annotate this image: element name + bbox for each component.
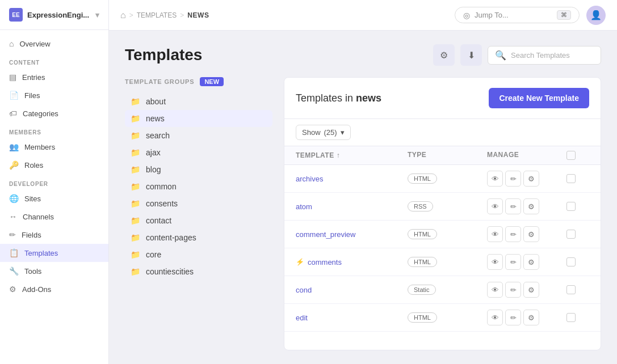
sidebar: EE ExpressionEngi... ▾ ⌂ Overview CONTEN… <box>0 0 109 364</box>
row-checkbox[interactable] <box>566 313 576 322</box>
view-icon[interactable]: 👁 <box>487 310 503 325</box>
page-title: Templates <box>125 46 202 64</box>
breadcrumb-sep1: > <box>129 11 133 19</box>
sidebar-item-label: Templates <box>24 249 58 257</box>
entries-icon: ▤ <box>9 73 16 82</box>
sidebar-item-label: Entries <box>22 73 45 82</box>
folder-item-blog[interactable]: 📁blog <box>125 161 272 178</box>
folder-item-content-pages[interactable]: 📁content-pages <box>125 229 272 246</box>
user-avatar[interactable]: 👤 <box>586 6 606 25</box>
row-checkbox[interactable] <box>566 285 576 294</box>
breadcrumb-news: NEWS <box>187 11 209 19</box>
edit-icon[interactable]: ✏ <box>505 254 521 270</box>
folder-name: news <box>146 114 165 123</box>
col-manage-header: Manage <box>487 151 566 160</box>
sidebar-item-templates[interactable]: 📋 Templates <box>0 244 108 262</box>
sidebar-item-label: Categories <box>23 109 58 118</box>
template-name[interactable]: ⚡ comments <box>296 258 408 266</box>
type-cell: RSS <box>408 201 487 211</box>
folder-item-contact[interactable]: 📁contact <box>125 212 272 229</box>
sidebar-item-tools[interactable]: 🔧 Tools <box>0 262 108 280</box>
addons-icon: ⚙ <box>9 285 16 294</box>
template-name[interactable]: comment_preview <box>296 230 408 239</box>
fields-icon: ✏ <box>9 230 16 239</box>
row-checkbox[interactable] <box>566 230 576 239</box>
sidebar-item-sites[interactable]: 🌐 Sites <box>0 189 108 208</box>
new-badge[interactable]: NEW <box>200 77 224 86</box>
main-content: Templates ⚙ ⬇ 🔍 Search Templates TEMPLAT… <box>109 31 617 364</box>
edit-icon[interactable]: ✏ <box>505 171 521 187</box>
show-count: (25) <box>324 128 337 137</box>
sidebar-item-channels[interactable]: ↔ Channels <box>0 208 108 226</box>
view-icon[interactable]: 👁 <box>487 171 503 187</box>
folder-icon: 📁 <box>131 114 140 123</box>
folder-item-core[interactable]: 📁core <box>125 246 272 263</box>
search-box[interactable]: 🔍 Search Templates <box>488 46 601 65</box>
view-icon[interactable]: 👁 <box>487 198 503 214</box>
template-name[interactable]: cond <box>296 286 408 294</box>
template-name[interactable]: archives <box>296 175 408 183</box>
row-checkbox[interactable] <box>566 257 576 266</box>
right-panel: Templates in news Create New Template Sh… <box>284 77 601 350</box>
settings-icon[interactable]: ⚙ <box>523 282 539 298</box>
template-link[interactable]: atom <box>296 202 312 211</box>
sidebar-item-overview[interactable]: ⌂ Overview <box>0 35 108 53</box>
template-link[interactable]: comments <box>308 258 342 266</box>
template-link[interactable]: archives <box>296 175 323 183</box>
type-cell: HTML <box>408 257 487 267</box>
settings-icon[interactable]: ⚙ <box>523 198 539 214</box>
main-area: ⌂ > TEMPLATES > NEWS ◎ Jump To... ⌘ 👤 Te… <box>109 0 617 364</box>
row-checkbox[interactable] <box>566 202 576 211</box>
jumpto-kbd: ⌘ <box>557 10 571 20</box>
col-template-label: Template <box>296 151 334 159</box>
breadcrumb-templates[interactable]: TEMPLATES <box>137 11 177 19</box>
sidebar-item-members[interactable]: 👥 Members <box>0 138 108 156</box>
settings-icon[interactable]: ⚙ <box>523 226 539 242</box>
select-all-checkbox[interactable] <box>566 151 576 160</box>
folder-item-consents[interactable]: 📁consents <box>125 195 272 212</box>
sidebar-item-categories[interactable]: 🏷 Categories <box>0 104 108 122</box>
sidebar-item-label: Sites <box>24 194 41 203</box>
show-select[interactable]: Show (25) ▾ <box>296 125 351 140</box>
edit-icon[interactable]: ✏ <box>505 198 521 214</box>
folder-item-ajax[interactable]: 📁ajax <box>125 144 272 161</box>
sidebar-item-roles[interactable]: 🔑 Roles <box>0 156 108 174</box>
template-link[interactable]: comment_preview <box>296 230 356 239</box>
edit-icon[interactable]: ✏ <box>505 226 521 242</box>
roles-icon: 🔑 <box>9 160 19 170</box>
template-link[interactable]: cond <box>296 286 312 294</box>
folder-item-common[interactable]: 📁common <box>125 178 272 195</box>
row-checkbox[interactable] <box>566 174 576 183</box>
settings-icon[interactable]: ⚙ <box>523 171 539 187</box>
create-new-template-button[interactable]: Create New Template <box>489 88 589 108</box>
download-button[interactable]: ⬇ <box>460 44 482 66</box>
folder-item-about[interactable]: 📁about <box>125 93 272 110</box>
template-link[interactable]: edit <box>296 314 308 322</box>
settings-icon[interactable]: ⚙ <box>523 310 539 325</box>
sidebar-item-files[interactable]: 📄 Files <box>0 86 108 104</box>
sidebar-item-addons[interactable]: ⚙ Add-Ons <box>0 280 108 298</box>
folder-item-search[interactable]: 📁search <box>125 127 272 144</box>
sidebar-item-fields[interactable]: ✏ Fields <box>0 226 108 244</box>
manage-icons: 👁 ✏ ⚙ <box>487 254 566 270</box>
home-breadcrumb-icon[interactable]: ⌂ <box>120 10 126 20</box>
template-name[interactable]: edit <box>296 314 408 322</box>
view-icon[interactable]: 👁 <box>487 282 503 298</box>
settings-icon[interactable]: ⚙ <box>523 254 539 270</box>
panel-title-group: news <box>356 92 381 104</box>
edit-icon[interactable]: ✏ <box>505 310 521 325</box>
sidebar-item-entries[interactable]: ▤ Entries <box>0 68 108 86</box>
edit-icon[interactable]: ✏ <box>505 282 521 298</box>
app-title-bar[interactable]: EE ExpressionEngi... ▾ <box>0 0 108 30</box>
folder-item-countiescities[interactable]: 📁countiescities <box>125 263 272 280</box>
folder-name: contact <box>146 216 171 225</box>
view-icon[interactable]: 👁 <box>487 254 503 270</box>
folder-name: ajax <box>146 148 161 157</box>
row-checkbox-cell <box>566 313 589 322</box>
template-name[interactable]: atom <box>296 202 408 211</box>
folder-item-news[interactable]: 📁news <box>125 110 272 127</box>
settings-button[interactable]: ⚙ <box>433 44 455 66</box>
sort-icon[interactable]: ↑ <box>337 151 340 159</box>
jump-to-bar[interactable]: ◎ Jump To... ⌘ <box>455 7 580 23</box>
view-icon[interactable]: 👁 <box>487 226 503 242</box>
